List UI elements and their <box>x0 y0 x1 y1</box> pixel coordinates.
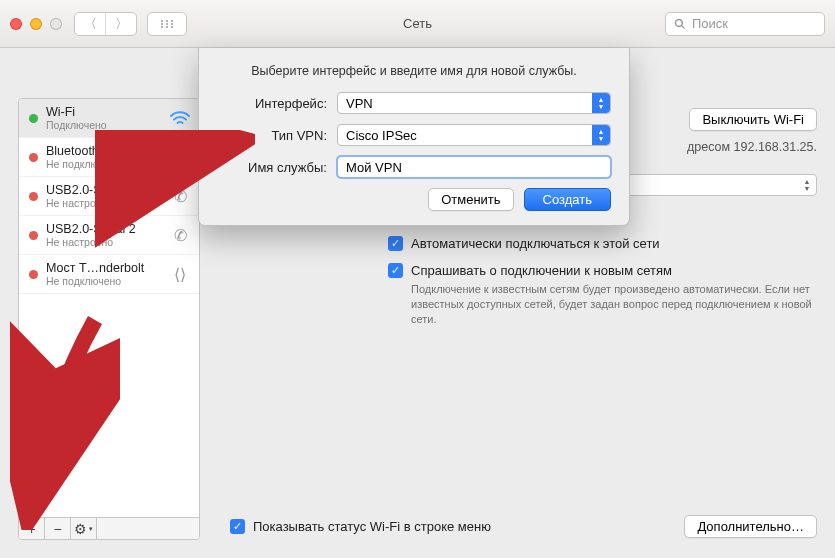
back-button[interactable]: 〈 <box>75 13 105 35</box>
add-service-button[interactable]: + <box>19 518 45 539</box>
auto-connect-label: Автоматически подключаться к этой сети <box>411 236 660 251</box>
svg-point-3 <box>161 23 163 25</box>
ask-networks-note: Подключение к известным сетям будет прои… <box>411 282 817 327</box>
service-name-label: Имя службы: <box>217 160 337 175</box>
window-controls <box>10 18 62 30</box>
phone-icon: ✆ <box>169 185 191 207</box>
new-service-sheet: Выберите интерфейс и введите имя для нов… <box>198 48 630 226</box>
svg-point-4 <box>166 23 168 25</box>
status-dot <box>29 153 38 162</box>
service-name: Bluetooth PAN <box>46 144 161 158</box>
minimize-window[interactable] <box>30 18 42 30</box>
vpn-type-label: Тип VPN: <box>217 128 337 143</box>
service-name: Мост T…nderbolt <box>46 261 161 275</box>
chevron-updown-icon: ▲▼ <box>592 93 610 113</box>
svg-point-1 <box>166 20 168 22</box>
service-name: USB2.0-Serial 2 <box>46 222 161 236</box>
sheet-message: Выберите интерфейс и введите имя для нов… <box>217 64 611 78</box>
ask-networks-label: Спрашивать о подключении к новым сетям <box>411 263 672 278</box>
checkbox-checked-icon[interactable]: ✓ <box>388 236 403 251</box>
service-status: Не подключено <box>46 275 161 287</box>
svg-point-7 <box>166 26 168 28</box>
service-status: Подключено <box>46 119 161 131</box>
status-dot <box>29 114 38 123</box>
search-field[interactable]: Поиск <box>665 12 825 36</box>
show-status-label: Показывать статус Wi-Fi в строке меню <box>253 519 491 534</box>
checkbox-checked-icon[interactable]: ✓ <box>230 519 245 534</box>
search-icon <box>674 18 686 30</box>
service-status: Не настроено <box>46 236 161 248</box>
stepper-arrows-icon: ▲▼ <box>799 176 815 194</box>
interface-value: VPN <box>346 96 373 111</box>
gear-icon: ⚙︎ <box>74 521 87 537</box>
show-all-button[interactable] <box>147 12 187 36</box>
nav-back-forward: 〈 〉 <box>74 12 137 36</box>
service-name: USB2.0-Serial <box>46 183 161 197</box>
phone-icon: ✆ <box>169 224 191 246</box>
zoom-window[interactable] <box>50 18 62 30</box>
thunderbolt-icon: ⟨⟩ <box>169 263 191 285</box>
service-actions-button[interactable]: ⚙︎▾ <box>71 518 97 539</box>
svg-point-5 <box>171 23 173 25</box>
wifi-icon <box>169 107 191 129</box>
remove-service-button[interactable]: − <box>45 518 71 539</box>
checkbox-checked-icon[interactable]: ✓ <box>388 263 403 278</box>
service-item-bluetooth[interactable]: Bluetooth PAN Не подключено ⌁ <box>19 138 199 177</box>
svg-point-0 <box>161 20 163 22</box>
vpn-type-value: Cisco IPSec <box>346 128 417 143</box>
ip-text-fragment: дресом 192.168.31.25. <box>687 140 817 154</box>
service-item-usb-serial-1[interactable]: USB2.0-Serial Не настроено ✆ <box>19 177 199 216</box>
service-item-wifi[interactable]: Wi-Fi Подключено <box>19 99 199 138</box>
create-button[interactable]: Создать <box>524 188 611 211</box>
wifi-toggle-button[interactable]: Выключить Wi-Fi <box>689 108 817 131</box>
window-title: Сеть <box>403 16 432 31</box>
chevron-updown-icon: ▲▼ <box>592 125 610 145</box>
svg-point-6 <box>161 26 163 28</box>
status-dot <box>29 231 38 240</box>
status-dot <box>29 270 38 279</box>
forward-button[interactable]: 〉 <box>106 13 136 35</box>
bluetooth-icon: ⌁ <box>169 146 191 168</box>
service-name-input[interactable] <box>337 156 611 178</box>
show-status-row[interactable]: ✓ Показывать статус Wi-Fi в строке меню <box>230 519 491 534</box>
search-placeholder: Поиск <box>692 16 728 31</box>
ask-networks-row[interactable]: ✓ Спрашивать о подключении к новым сетям <box>388 263 817 278</box>
auto-connect-row[interactable]: ✓ Автоматически подключаться к этой сети <box>388 236 817 251</box>
vpn-type-select[interactable]: Cisco IPSec ▲▼ <box>337 124 611 146</box>
service-status: Не настроено <box>46 197 161 209</box>
interface-select[interactable]: VPN ▲▼ <box>337 92 611 114</box>
service-item-usb-serial-2[interactable]: USB2.0-Serial 2 Не настроено ✆ <box>19 216 199 255</box>
svg-point-8 <box>171 26 173 28</box>
advanced-button[interactable]: Дополнительно… <box>684 515 817 538</box>
status-dot <box>29 192 38 201</box>
close-window[interactable] <box>10 18 22 30</box>
service-item-thunderbolt[interactable]: Мост T…nderbolt Не подключено ⟨⟩ <box>19 255 199 294</box>
cancel-button[interactable]: Отменить <box>428 188 513 211</box>
sidebar-footer: + − ⚙︎▾ <box>19 517 199 539</box>
titlebar: 〈 〉 Сеть Поиск <box>0 0 835 48</box>
svg-point-2 <box>171 20 173 22</box>
service-status: Не подключено <box>46 158 161 170</box>
service-name: Wi-Fi <box>46 105 161 119</box>
services-sidebar: Wi-Fi Подключено Bluetooth PAN Не подклю… <box>18 98 200 540</box>
interface-label: Интерфейс: <box>217 96 337 111</box>
